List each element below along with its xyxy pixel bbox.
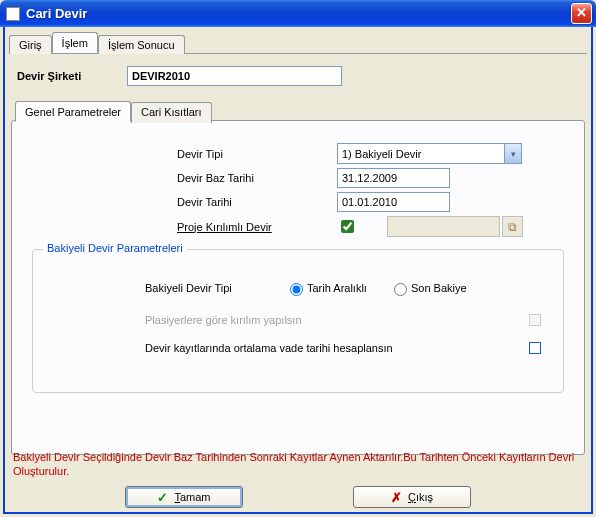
- tab-cari-kisitlari[interactable]: Cari Kısıtları: [131, 102, 212, 123]
- devir-sirketi-label: Devir Şirketi: [17, 70, 127, 82]
- radio-tarih-aralikli[interactable]: Tarih Aralıklı: [285, 280, 367, 296]
- chevron-down-icon: ▾: [504, 144, 521, 163]
- bakiyeli-tipi-label: Bakiyeli Devir Tipi: [145, 282, 285, 294]
- devir-sirketi-row: Devir Şirketi: [5, 54, 591, 94]
- tab-genel-parametreler[interactable]: Genel Parametreler: [15, 101, 131, 122]
- tab-giris[interactable]: Giriş: [9, 35, 52, 54]
- devir-tarihi-input[interactable]: [337, 192, 450, 212]
- help-text: Bakiyeli Devir Seçildiğinde Devir Baz Ta…: [11, 450, 585, 478]
- vade-checkbox[interactable]: [529, 342, 541, 354]
- devir-tipi-dropdown[interactable]: 1) Bakiyeli Devir ▾: [337, 143, 522, 164]
- cancel-button[interactable]: ✗ Çıkış: [353, 486, 471, 508]
- devir-tarihi-label: Devir Tarihi: [177, 196, 337, 208]
- vade-row: Devir kayıtlarında ortalama vade tarihi …: [145, 342, 541, 354]
- button-bar: ✓ Tamam ✗ Çıkış: [5, 486, 591, 508]
- inner-tab-panel: Genel Parametreler Cari Kısıtları Devir …: [11, 120, 585, 455]
- x-icon: ✗: [391, 490, 402, 505]
- plasiyer-row: Plasiyerlere göre kırılım yapılsın: [145, 314, 541, 326]
- top-tabs: Giriş İşlem İşlem Sonucu: [5, 27, 591, 53]
- devir-tipi-label: Devir Tipi: [177, 148, 337, 160]
- radio-son-bakiye[interactable]: Son Bakiye: [389, 280, 467, 296]
- ok-label: Tamam: [174, 491, 210, 503]
- devir-tipi-value: 1) Bakiyeli Devir: [342, 148, 421, 160]
- devir-sirketi-input[interactable]: [127, 66, 342, 86]
- ok-button[interactable]: ✓ Tamam: [125, 486, 243, 508]
- radio-tarih-label: Tarih Aralıklı: [307, 282, 367, 294]
- lookup-icon[interactable]: ⧉: [502, 216, 523, 237]
- window-title: Cari Devir: [26, 6, 571, 21]
- devir-baz-tarihi-input[interactable]: [337, 168, 450, 188]
- tab-islem-sonucu[interactable]: İşlem Sonucu: [98, 35, 185, 54]
- close-button[interactable]: ✕: [571, 3, 592, 24]
- proje-kirilimli-disabled-field: [387, 216, 500, 237]
- app-icon: [6, 7, 20, 21]
- radio-son-label: Son Bakiye: [411, 282, 467, 294]
- check-icon: ✓: [157, 490, 168, 505]
- vade-label: Devir kayıtlarında ortalama vade tarihi …: [145, 342, 509, 354]
- plasiyer-label: Plasiyerlere göre kırılım yapılsın: [145, 314, 509, 326]
- proje-kirilimli-checkbox[interactable]: [341, 220, 354, 233]
- bakiyeli-devir-group: Bakiyeli Devir Parametreleri Bakiyeli De…: [32, 249, 564, 393]
- titlebar: Cari Devir ✕: [0, 0, 596, 27]
- plasiyer-checkbox: [529, 314, 541, 326]
- cancel-label: Çıkış: [408, 491, 433, 503]
- proje-kirilimli-label: Proje Kırılımlı Devir: [177, 221, 337, 233]
- window-body: Giriş İşlem İşlem Sonucu Devir Şirketi G…: [3, 27, 593, 514]
- group-legend: Bakiyeli Devir Parametreleri: [43, 242, 187, 254]
- devir-baz-tarihi-label: Devir Baz Tarihi: [177, 172, 337, 184]
- tab-islem[interactable]: İşlem: [52, 32, 98, 53]
